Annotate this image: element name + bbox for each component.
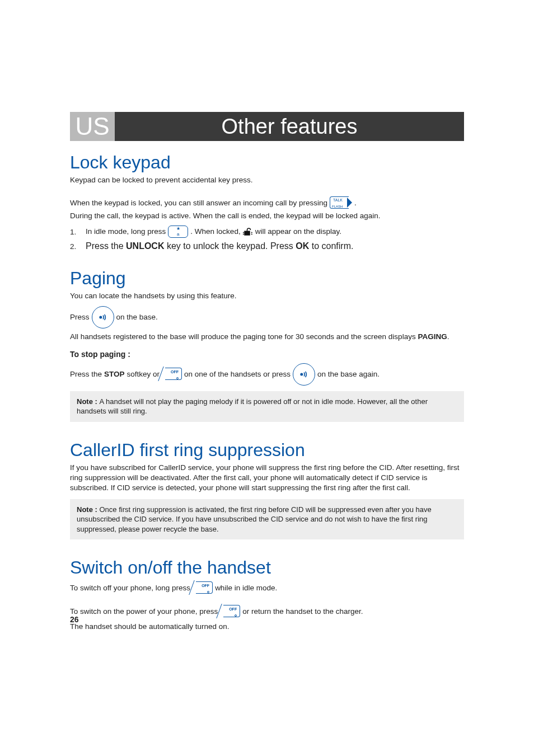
lock-press-talk-line: When the keypad is locked, you can still… xyxy=(70,196,464,210)
lock-step2-b: key to unlock the keypad. Press xyxy=(164,241,296,251)
paging-stop-line: Press the STOP softkey or OFF on one of … xyxy=(70,363,464,386)
switch-off-a: To switch off your phone, long press xyxy=(70,583,190,593)
section-paging-title: Paging xyxy=(70,268,464,289)
lock-step1-b: . When locked, xyxy=(190,227,240,237)
off-key-icon: OFF xyxy=(193,581,213,595)
paging-stop-a: Press the xyxy=(70,369,102,379)
paging-note: Note : A handset will not play the pagin… xyxy=(70,391,464,422)
note-label: Note : xyxy=(77,505,99,514)
switch-on-line: To switch on the power of your phone, pr… xyxy=(70,605,464,618)
paging-stop-b: softkey or xyxy=(127,369,160,379)
page-header: US Other features xyxy=(70,112,464,141)
section-cid-title: CallerID first ring suppression xyxy=(70,440,464,461)
lock-icon xyxy=(243,227,253,237)
step-number: 1. xyxy=(70,228,80,236)
paging-word: PAGING xyxy=(418,332,447,341)
paging-stop-head: To stop paging : xyxy=(70,350,464,359)
paging-intro: You can locate the handsets by using thi… xyxy=(70,291,464,301)
flash-label: FLASH xyxy=(332,204,343,209)
page-button-icon xyxy=(92,306,114,328)
page-button-icon xyxy=(293,363,315,386)
ok-label: OK xyxy=(296,241,309,251)
paging-stop-c: on one of the handsets or press xyxy=(184,369,291,379)
page-number: 26 xyxy=(70,615,79,624)
switch-off-b: while in idle mode. xyxy=(215,583,277,593)
star-glyph: ★ xyxy=(176,227,180,231)
switch-auto: The handset should be automatically turn… xyxy=(70,622,464,632)
paging-note-text: A handset will not play the paging melod… xyxy=(77,397,428,416)
off-label: OFF xyxy=(229,607,237,612)
paging-stop-d: on the base again. xyxy=(317,369,380,379)
paging-result: All handsets registered to the base will… xyxy=(70,332,464,342)
paging-press-b: on the base. xyxy=(116,312,158,322)
cid-note-text: Once first ring suppression is activated… xyxy=(77,505,432,533)
off-label: OFF xyxy=(202,583,209,588)
svg-point-0 xyxy=(100,316,101,318)
step-number: 2. xyxy=(70,242,80,251)
lock-step-2: 2. Press the UNLOCK key to unlock the ke… xyxy=(70,241,464,251)
lock-step2-c: to confirm. xyxy=(309,241,353,251)
lock-p2: During the call, the keypad is active. W… xyxy=(70,211,464,221)
talk-flash-key-icon: TALK FLASH xyxy=(330,196,352,210)
cid-note: Note : Once first ring suppression is ac… xyxy=(70,499,464,540)
note-label: Note : xyxy=(77,397,99,406)
star-key-icon: ★ a xyxy=(168,226,188,238)
off-label: OFF xyxy=(171,369,179,374)
section-switch-title: Switch on/off the handset xyxy=(70,557,464,578)
lock-step1-a: In idle mode, long press xyxy=(86,227,166,237)
paging-press-line: Press on the base. xyxy=(70,306,464,328)
lock-p1a: When the keypad is locked, you can still… xyxy=(70,198,327,208)
svg-point-1 xyxy=(301,373,302,375)
switch-on-b: or return the handset to the charger. xyxy=(242,607,363,617)
cid-body: If you have subscribed for CallerID serv… xyxy=(70,463,464,494)
off-key-icon: OFF xyxy=(220,605,240,618)
paging-result-b: . xyxy=(447,332,449,341)
lock-intro: Keypad can be locked to prevent accident… xyxy=(70,175,464,185)
language-badge: US xyxy=(70,112,115,141)
page-title: Other features xyxy=(115,112,464,141)
switch-off-line: To switch off your phone, long press OFF… xyxy=(70,581,464,595)
section-lock-title: Lock keypad xyxy=(70,152,464,173)
talk-label: TALK xyxy=(333,198,343,203)
off-key-icon: OFF xyxy=(162,368,182,381)
unlock-label: UNLOCK xyxy=(126,241,164,251)
paging-result-a: All handsets registered to the base will… xyxy=(70,332,418,341)
lock-step1-c: will appear on the display. xyxy=(255,227,341,237)
switch-on-a: To switch on the power of your phone, pr… xyxy=(70,607,218,617)
lock-p1b: . xyxy=(354,198,357,208)
stop-word: STOP xyxy=(104,369,125,379)
star-sub: a xyxy=(177,232,179,237)
paging-press-a: Press xyxy=(70,312,90,322)
lock-step2-a: Press the xyxy=(86,241,126,251)
lock-step-1: 1. In idle mode, long press ★ a . When l… xyxy=(70,226,464,238)
